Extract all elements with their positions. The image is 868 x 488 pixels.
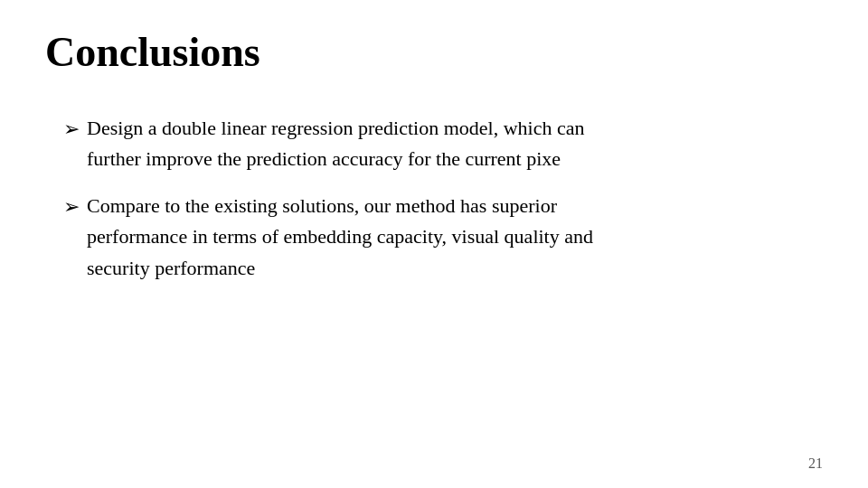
bullet-symbol-2: ➢ [63,192,80,221]
bullet-item-2: ➢ Compare to the existing solutions, our… [63,191,823,283]
bullet-2-line2: performance in terms of embedding capaci… [87,225,593,248]
bullet-1-line1: Design a double linear regression predic… [87,117,584,139]
bullet-2-line1: Compare to the existing solutions, our m… [87,194,557,217]
bullet-2-line3: security performance [87,257,255,279]
bullet-item-1: ➢ Design a double linear regression pred… [63,113,823,174]
bullet-text-2: Compare to the existing solutions, our m… [87,191,593,283]
slide-title: Conclusions [45,27,823,77]
bullet-1-line2: further improve the prediction accuracy … [87,147,561,170]
page-number: 21 [808,455,823,472]
content-area: ➢ Design a double linear regression pred… [45,113,823,283]
bullet-symbol-1: ➢ [63,114,80,144]
bullet-text-1: Design a double linear regression predic… [87,113,584,174]
slide-container: Conclusions ➢ Design a double linear reg… [0,0,868,488]
